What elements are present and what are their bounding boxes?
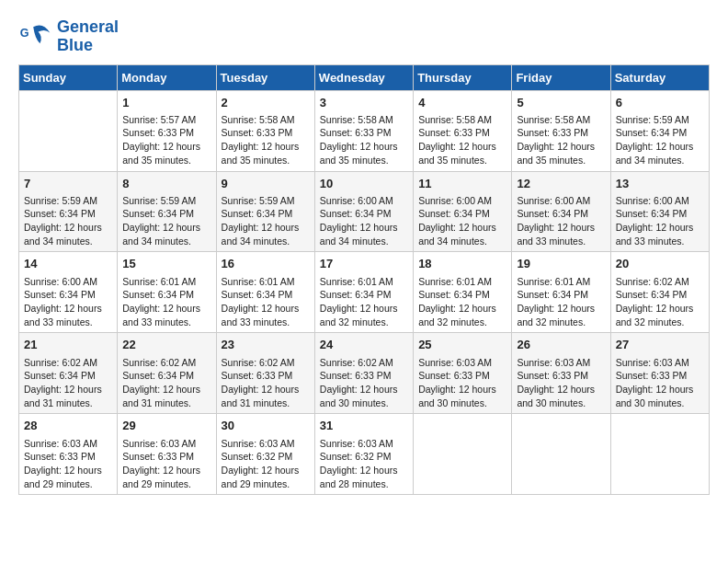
- calendar-cell: 4Sunrise: 5:58 AMSunset: 6:33 PMDaylight…: [414, 90, 512, 171]
- day-number: 20: [616, 256, 704, 272]
- day-number: 8: [122, 176, 210, 192]
- svg-text:G: G: [20, 27, 29, 40]
- day-number: 14: [24, 256, 112, 272]
- column-header-thursday: Thursday: [414, 64, 512, 90]
- day-info: Sunrise: 6:01 AMSunset: 6:34 PMDaylight:…: [320, 275, 408, 329]
- day-number: 28: [24, 418, 112, 434]
- week-row-5: 28Sunrise: 6:03 AMSunset: 6:33 PMDayligh…: [19, 414, 710, 495]
- day-info: Sunrise: 5:59 AMSunset: 6:34 PMDaylight:…: [222, 194, 310, 248]
- calendar-cell: 29Sunrise: 6:03 AMSunset: 6:33 PMDayligh…: [118, 414, 216, 495]
- day-number: 3: [320, 95, 408, 111]
- calendar-cell: 12Sunrise: 6:00 AMSunset: 6:34 PMDayligh…: [512, 171, 610, 252]
- day-info: Sunrise: 5:59 AMSunset: 6:34 PMDaylight:…: [122, 194, 210, 248]
- calendar-cell: 11Sunrise: 6:00 AMSunset: 6:34 PMDayligh…: [414, 171, 512, 252]
- calendar-cell: 27Sunrise: 6:03 AMSunset: 6:33 PMDayligh…: [610, 333, 709, 414]
- day-number: 10: [320, 176, 408, 192]
- column-header-friday: Friday: [512, 64, 610, 90]
- day-number: 29: [122, 418, 210, 434]
- day-number: 17: [320, 256, 408, 272]
- day-number: 5: [517, 95, 605, 111]
- day-info: Sunrise: 6:03 AMSunset: 6:33 PMDaylight:…: [24, 437, 112, 491]
- calendar-cell: 8Sunrise: 5:59 AMSunset: 6:34 PMDaylight…: [118, 171, 216, 252]
- day-info: Sunrise: 6:00 AMSunset: 6:34 PMDaylight:…: [320, 194, 408, 248]
- calendar-table: SundayMondayTuesdayWednesdayThursdayFrid…: [18, 64, 710, 496]
- day-number: 26: [517, 337, 605, 353]
- calendar-cell: 6Sunrise: 5:59 AMSunset: 6:34 PMDaylight…: [610, 90, 709, 171]
- day-info: Sunrise: 6:00 AMSunset: 6:34 PMDaylight:…: [517, 194, 605, 248]
- calendar-cell: 1Sunrise: 5:57 AMSunset: 6:33 PMDaylight…: [118, 90, 216, 171]
- day-info: Sunrise: 5:58 AMSunset: 6:33 PMDaylight:…: [222, 113, 310, 167]
- day-number: 15: [122, 256, 210, 272]
- day-info: Sunrise: 6:02 AMSunset: 6:34 PMDaylight:…: [616, 275, 704, 329]
- calendar-cell: 28Sunrise: 6:03 AMSunset: 6:33 PMDayligh…: [19, 414, 118, 495]
- day-info: Sunrise: 6:02 AMSunset: 6:33 PMDaylight:…: [222, 356, 310, 410]
- logo-text: GeneralBlue: [57, 18, 119, 55]
- calendar-cell: 18Sunrise: 6:01 AMSunset: 6:34 PMDayligh…: [414, 252, 512, 333]
- day-number: 25: [418, 337, 506, 353]
- day-info: Sunrise: 5:58 AMSunset: 6:33 PMDaylight:…: [418, 113, 506, 167]
- calendar-body: 1Sunrise: 5:57 AMSunset: 6:33 PMDaylight…: [19, 90, 710, 495]
- day-number: 4: [418, 95, 506, 111]
- day-info: Sunrise: 6:03 AMSunset: 6:33 PMDaylight:…: [517, 356, 605, 410]
- day-info: Sunrise: 6:02 AMSunset: 6:34 PMDaylight:…: [122, 356, 210, 410]
- calendar-cell: 9Sunrise: 5:59 AMSunset: 6:34 PMDaylight…: [216, 171, 314, 252]
- day-info: Sunrise: 5:58 AMSunset: 6:33 PMDaylight:…: [320, 113, 408, 167]
- day-number: 1: [122, 95, 210, 111]
- day-number: 11: [418, 176, 506, 192]
- calendar-cell: 20Sunrise: 6:02 AMSunset: 6:34 PMDayligh…: [610, 252, 709, 333]
- calendar-cell: 15Sunrise: 6:01 AMSunset: 6:34 PMDayligh…: [118, 252, 216, 333]
- day-number: 2: [222, 95, 310, 111]
- calendar-cell: 3Sunrise: 5:58 AMSunset: 6:33 PMDaylight…: [314, 90, 413, 171]
- calendar-cell: 7Sunrise: 5:59 AMSunset: 6:34 PMDaylight…: [19, 171, 118, 252]
- day-number: 7: [24, 176, 112, 192]
- day-info: Sunrise: 6:00 AMSunset: 6:34 PMDaylight:…: [616, 194, 704, 248]
- day-number: 31: [320, 418, 408, 434]
- day-info: Sunrise: 6:03 AMSunset: 6:33 PMDaylight:…: [122, 437, 210, 491]
- week-row-2: 7Sunrise: 5:59 AMSunset: 6:34 PMDaylight…: [19, 171, 710, 252]
- day-info: Sunrise: 6:02 AMSunset: 6:33 PMDaylight:…: [320, 356, 408, 410]
- day-info: Sunrise: 6:03 AMSunset: 6:33 PMDaylight:…: [616, 356, 704, 410]
- calendar-cell: 23Sunrise: 6:02 AMSunset: 6:33 PMDayligh…: [216, 333, 314, 414]
- column-header-monday: Monday: [118, 64, 216, 90]
- day-number: 21: [24, 337, 112, 353]
- day-info: Sunrise: 6:03 AMSunset: 6:33 PMDaylight:…: [418, 356, 506, 410]
- day-number: 30: [222, 418, 310, 434]
- week-row-4: 21Sunrise: 6:02 AMSunset: 6:34 PMDayligh…: [19, 333, 710, 414]
- calendar-cell: [512, 414, 610, 495]
- calendar-cell: 24Sunrise: 6:02 AMSunset: 6:33 PMDayligh…: [314, 333, 413, 414]
- day-number: 9: [222, 176, 310, 192]
- logo-icon: G: [18, 20, 51, 53]
- header-row: SundayMondayTuesdayWednesdayThursdayFrid…: [19, 64, 710, 90]
- calendar-cell: 16Sunrise: 6:01 AMSunset: 6:34 PMDayligh…: [216, 252, 314, 333]
- day-number: 6: [616, 95, 704, 111]
- day-number: 18: [418, 256, 506, 272]
- column-header-wednesday: Wednesday: [314, 64, 413, 90]
- calendar-cell: 22Sunrise: 6:02 AMSunset: 6:34 PMDayligh…: [118, 333, 216, 414]
- day-number: 27: [616, 337, 704, 353]
- calendar-cell: 14Sunrise: 6:00 AMSunset: 6:34 PMDayligh…: [19, 252, 118, 333]
- calendar-cell: [19, 90, 118, 171]
- day-info: Sunrise: 6:03 AMSunset: 6:32 PMDaylight:…: [320, 437, 408, 491]
- day-info: Sunrise: 5:57 AMSunset: 6:33 PMDaylight:…: [122, 113, 210, 167]
- day-info: Sunrise: 5:59 AMSunset: 6:34 PMDaylight:…: [616, 113, 704, 167]
- calendar-cell: 17Sunrise: 6:01 AMSunset: 6:34 PMDayligh…: [314, 252, 413, 333]
- calendar-cell: 5Sunrise: 5:58 AMSunset: 6:33 PMDaylight…: [512, 90, 610, 171]
- day-number: 19: [517, 256, 605, 272]
- day-number: 22: [122, 337, 210, 353]
- calendar-cell: 10Sunrise: 6:00 AMSunset: 6:34 PMDayligh…: [314, 171, 413, 252]
- day-number: 23: [222, 337, 310, 353]
- column-header-saturday: Saturday: [610, 64, 709, 90]
- day-info: Sunrise: 6:02 AMSunset: 6:34 PMDaylight:…: [24, 356, 112, 410]
- day-info: Sunrise: 6:01 AMSunset: 6:34 PMDaylight:…: [122, 275, 210, 329]
- calendar-cell: 21Sunrise: 6:02 AMSunset: 6:34 PMDayligh…: [19, 333, 118, 414]
- column-header-tuesday: Tuesday: [216, 64, 314, 90]
- week-row-3: 14Sunrise: 6:00 AMSunset: 6:34 PMDayligh…: [19, 252, 710, 333]
- day-info: Sunrise: 6:01 AMSunset: 6:34 PMDaylight:…: [418, 275, 506, 329]
- calendar-cell: 2Sunrise: 5:58 AMSunset: 6:33 PMDaylight…: [216, 90, 314, 171]
- logo: G GeneralBlue: [18, 18, 119, 55]
- column-header-sunday: Sunday: [19, 64, 118, 90]
- calendar-cell: 25Sunrise: 6:03 AMSunset: 6:33 PMDayligh…: [414, 333, 512, 414]
- week-row-1: 1Sunrise: 5:57 AMSunset: 6:33 PMDaylight…: [19, 90, 710, 171]
- day-number: 13: [616, 176, 704, 192]
- day-info: Sunrise: 5:58 AMSunset: 6:33 PMDaylight:…: [517, 113, 605, 167]
